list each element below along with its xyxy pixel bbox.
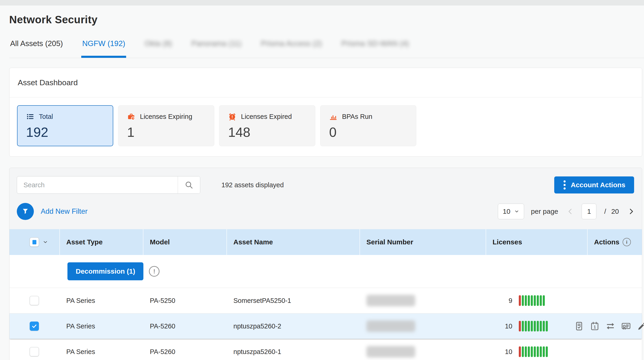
decommission-button[interactable]: Decommission (1) [68, 262, 144, 280]
cell-asset-type: PA Series [60, 297, 144, 304]
current-page-input[interactable] [582, 204, 596, 219]
kebab-icon [563, 180, 566, 190]
chevron-down-icon [514, 209, 519, 214]
table-row[interactable]: PA Series PA-5260 nptuszpa5260-2 10 1 [10, 313, 642, 339]
select-all-checkbox[interactable] [30, 237, 39, 247]
actions-info-icon[interactable]: i [622, 238, 631, 246]
table-header: Asset Type Model Asset Name Serial Numbe… [10, 229, 642, 255]
pagination: 10 per page / 20 [498, 204, 635, 219]
header-select-all [10, 229, 60, 255]
header-actions-label: Actions [594, 238, 619, 246]
table-row[interactable]: PA Series PA-5260 nptuszpa5260-1 10 [10, 339, 642, 360]
card-bpas-run[interactable]: BPAs Run 0 [320, 105, 416, 146]
svg-text:!: ! [232, 115, 233, 119]
briefcase-clock-icon [127, 112, 135, 121]
add-filter-button[interactable] [17, 203, 34, 220]
page-total: / 20 [604, 208, 619, 215]
serial-number-redacted [366, 295, 415, 306]
list-icon [26, 112, 34, 121]
assets-table-panel: 192 assets displayed Account Actions Add… [9, 168, 642, 360]
page-size-select[interactable]: 10 [498, 204, 524, 219]
tab-bar: All Assets (205) NGFW (192) Okta (8) Pan… [9, 39, 644, 58]
tab-blurred-4[interactable]: Prisma SD-WAN (4) [340, 39, 410, 58]
card-label: Licenses Expired [241, 113, 292, 121]
cell-asset-type: PA Series [60, 348, 144, 356]
prev-page-button[interactable] [566, 208, 574, 215]
license-bars [519, 295, 545, 306]
add-new-filter-link[interactable]: Add New Filter [41, 207, 88, 216]
chevron-right-icon [628, 208, 634, 215]
search-box [17, 176, 200, 194]
search-input[interactable] [17, 176, 178, 193]
decommission-info-icon[interactable]: ! [149, 266, 160, 277]
header-model[interactable]: Model [144, 229, 227, 255]
filter-row: Add New Filter 10 per page / 20 [10, 194, 642, 229]
check-icon [31, 323, 38, 329]
certificate-icon[interactable] [621, 321, 631, 331]
serial-number-redacted [366, 320, 415, 332]
cell-asset-type: PA Series [60, 322, 144, 330]
page-title: Network Security [9, 13, 644, 26]
header-serial-number[interactable]: Serial Number [360, 229, 486, 255]
table-row[interactable]: PA Series PA-5250 SomersetPA5250-1 9 [10, 288, 642, 313]
next-page-button[interactable] [627, 208, 635, 215]
license-count: 10 [492, 348, 512, 356]
tab-blurred-3[interactable]: Prisma Access (2) [260, 39, 323, 58]
license-count: 9 [492, 297, 512, 304]
serial-number-redacted [366, 346, 415, 357]
cell-model: PA-5250 [144, 297, 227, 304]
chevron-left-icon [567, 208, 574, 215]
transfer-icon[interactable] [606, 321, 615, 331]
row-checkbox[interactable] [30, 347, 39, 356]
device-license-icon[interactable] [574, 321, 584, 331]
search-icon [184, 180, 194, 190]
card-total[interactable]: Total 192 [17, 105, 113, 146]
row-actions: 1 [574, 321, 644, 331]
card-value: 1 [127, 124, 214, 140]
license-bars [519, 321, 548, 331]
row-checkbox[interactable] [30, 321, 39, 331]
card-label: Total [39, 113, 53, 121]
card-value: 192 [26, 124, 113, 140]
cell-asset-name: nptuszpa5260-2 [227, 322, 360, 330]
tab-ngfw[interactable]: NGFW (192) [81, 39, 126, 58]
cell-model: PA-5260 [144, 348, 227, 356]
bulk-action-row: Decommission (1) ! [10, 255, 642, 288]
card-label: Licenses Expiring [140, 113, 192, 121]
page-separator: / [604, 208, 606, 215]
tab-blurred-1[interactable]: Okta (8) [144, 39, 173, 58]
per-page-label: per page [531, 208, 558, 215]
account-actions-button[interactable]: Account Actions [554, 176, 634, 193]
edit-icon[interactable] [637, 321, 644, 331]
cell-asset-name: SomersetPA5250-1 [227, 297, 360, 304]
header-asset-type[interactable]: Asset Type [60, 229, 144, 255]
cell-model: PA-5260 [144, 322, 227, 330]
alarm-icon: ! [228, 112, 236, 121]
table-toolbar: 192 assets displayed Account Actions [10, 168, 642, 194]
header-asset-name[interactable]: Asset Name [227, 229, 360, 255]
total-pages: 20 [611, 208, 619, 215]
row-checkbox[interactable] [30, 296, 39, 305]
card-value: 148 [228, 124, 315, 140]
card-licenses-expiring[interactable]: Licenses Expiring 1 [118, 105, 214, 146]
tab-blurred-2[interactable]: Panorama (11) [190, 39, 242, 58]
svg-text:1: 1 [594, 325, 596, 329]
search-button[interactable] [178, 176, 200, 193]
page-size-value: 10 [503, 208, 510, 215]
asset-dashboard-header: Asset Dashboard [10, 68, 642, 97]
card-licenses-expired[interactable]: ! Licenses Expired 148 [219, 105, 315, 146]
asset-dashboard-title: Asset Dashboard [18, 78, 634, 87]
funnel-icon [22, 208, 29, 215]
account-actions-label: Account Actions [571, 181, 625, 189]
dashboard-cards: Total 192 Licenses Expiring 1 [10, 97, 642, 156]
license-count: 10 [492, 322, 512, 330]
cell-asset-name: nptuszpa5260-1 [227, 348, 360, 356]
calendar-icon[interactable]: 1 [590, 321, 600, 331]
chevron-down-icon[interactable] [42, 239, 48, 245]
bar-chart-icon [329, 112, 338, 121]
tab-all-assets[interactable]: All Assets (205) [9, 39, 64, 58]
assets-displayed-count: 192 assets displayed [222, 181, 284, 189]
header-actions: Actions i [588, 229, 643, 255]
header-licenses[interactable]: Licenses [486, 229, 588, 255]
asset-dashboard-panel: Asset Dashboard Total 192 [9, 68, 642, 157]
